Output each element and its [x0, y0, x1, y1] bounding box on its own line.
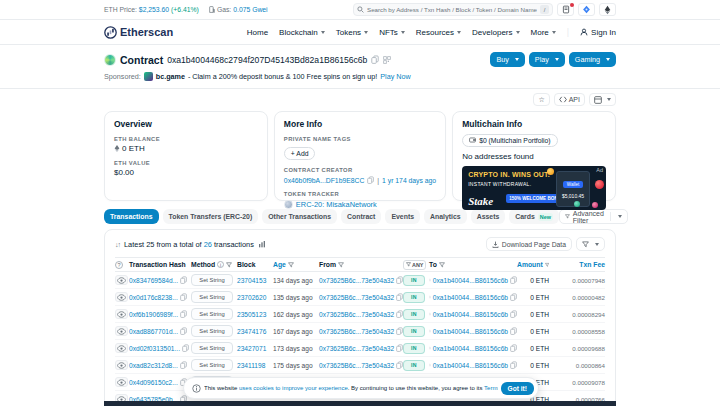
creator-address-link[interactable]: 0x46b0f9bA...DF1b9E8CC — [284, 177, 364, 184]
multichain-portfolio-badge[interactable]: $0 (Multichain Portfolio) — [462, 134, 557, 147]
block-link[interactable]: 23702620 — [237, 294, 266, 301]
sort-icon[interactable]: ↓↑ — [115, 241, 120, 248]
stake-ad-banner[interactable]: Ad CRYPTO IN. WINS OUT. INSTANT WITHDRAW… — [462, 166, 606, 210]
col-amount[interactable]: Amount — [517, 261, 549, 268]
eye-icon[interactable] — [115, 360, 128, 370]
chart-icon[interactable] — [258, 240, 266, 248]
copy-icon[interactable] — [180, 293, 187, 301]
creation-tx-link[interactable]: 1 yr 174 days ago — [382, 177, 436, 184]
to-address-link[interactable]: 0xa1b40044...B86156c6b — [433, 311, 508, 318]
copy-icon[interactable] — [180, 310, 187, 318]
etherscan-logo[interactable]: Etherscan — [104, 26, 173, 39]
eye-icon[interactable] — [115, 292, 128, 302]
got-it-button[interactable]: Got it! — [501, 382, 534, 395]
from-address-link[interactable]: 0x73625B6c...73e504a32 — [319, 328, 394, 335]
nav-item-nfts[interactable]: NFTs — [379, 28, 405, 37]
direction-filter-dropdown[interactable]: ANY — [403, 260, 426, 270]
ethereum-network-button[interactable] — [599, 3, 616, 16]
eye-icon[interactable] — [115, 343, 128, 353]
block-link[interactable]: 23474176 — [237, 328, 266, 335]
from-address-link[interactable]: 0x73625B6c...73e504a32 — [319, 362, 394, 369]
funnel-icon[interactable] — [288, 262, 294, 268]
tab-assets[interactable]: Assets — [471, 209, 506, 224]
col-age[interactable]: Age — [273, 261, 319, 268]
tab-contract[interactable]: Contract — [341, 209, 381, 224]
nav-item-resources[interactable]: Resources — [416, 28, 461, 37]
buy-button[interactable]: Buy — [490, 52, 524, 67]
copy-address-icon[interactable] — [371, 55, 379, 64]
download-page-data-button[interactable]: Download Page Data — [486, 237, 572, 251]
advanced-filter-button[interactable]: Advanced Filter — [559, 209, 628, 224]
eye-icon[interactable] — [115, 309, 128, 319]
nav-item-developers[interactable]: Developers — [472, 28, 519, 37]
view-options-button[interactable] — [589, 93, 616, 106]
copy-icon[interactable] — [182, 344, 189, 352]
from-address-link[interactable]: 0x73625B6c...73e504a32 — [319, 277, 394, 284]
gaming-button[interactable]: Gaming — [569, 52, 616, 67]
search-bar[interactable]: / — [353, 3, 553, 16]
copy-icon[interactable] — [180, 276, 187, 284]
block-link[interactable]: 23505123 — [237, 311, 266, 318]
gas-value-link[interactable]: 0.075 Gwei — [233, 6, 267, 13]
tab-other-transactions[interactable]: Other Transactions — [262, 209, 337, 224]
favorite-star-button[interactable]: ☆ — [533, 93, 549, 106]
from-address-link[interactable]: 0x73625B6c...73e504a32 — [319, 294, 394, 301]
copy-icon[interactable] — [510, 293, 517, 301]
tab-transactions[interactable]: Transactions — [104, 209, 159, 224]
method-badge[interactable]: Set String — [191, 325, 233, 337]
tab-cards[interactable]: CardsNew — [509, 209, 559, 224]
sponsor-cta-link[interactable]: Play Now — [380, 72, 410, 81]
tx-hash-link[interactable]: 0xf6b1906989f... — [129, 311, 178, 318]
nav-item-tokens[interactable]: Tokens — [336, 28, 368, 37]
eye-icon[interactable] — [115, 275, 128, 285]
copy-icon[interactable] — [180, 361, 187, 369]
blockscan-chat-button[interactable] — [578, 3, 595, 16]
add-name-tag-button[interactable]: + Add — [284, 147, 316, 160]
nav-item-more[interactable]: More — [531, 28, 556, 37]
tab-token-transfers-erc-20-[interactable]: Token Transfers (ERC-20) — [163, 209, 259, 224]
tx-hash-link[interactable]: 0xad8867701d... — [129, 328, 178, 335]
from-address-link[interactable]: 0x73625B6c...73e504a32 — [319, 311, 394, 318]
block-link[interactable]: 23427071 — [237, 345, 266, 352]
total-count-link[interactable]: 26 — [204, 240, 212, 249]
from-address-link[interactable]: 0x73625B6c...73e504a32 — [319, 345, 394, 352]
tx-hash-link[interactable]: 0xad82c312d8... — [129, 362, 178, 369]
copy-icon[interactable] — [510, 310, 517, 318]
play-button[interactable]: Play — [529, 52, 565, 67]
table-filter-button[interactable] — [576, 237, 605, 251]
col-txn-fee[interactable]: Txn Fee — [549, 261, 605, 268]
tx-hash-link[interactable]: 0x834769584d... — [129, 277, 178, 284]
terms-link[interactable]: Terms — [484, 385, 498, 391]
tab-analytics[interactable]: Analytics — [424, 209, 467, 224]
funnel-icon[interactable] — [338, 262, 344, 268]
copy-icon[interactable] — [510, 327, 517, 335]
tab-events[interactable]: Events — [385, 209, 420, 224]
method-badge[interactable]: Set String — [191, 342, 233, 354]
to-address-link[interactable]: 0xa1b40044...B86156c6b — [433, 328, 508, 335]
api-button[interactable]: API — [554, 93, 585, 106]
search-input[interactable] — [367, 6, 537, 13]
eye-icon[interactable] — [115, 326, 128, 336]
copy-creator-icon[interactable] — [367, 176, 374, 184]
nav-item-home[interactable]: Home — [247, 28, 268, 37]
method-badge[interactable]: Set String — [191, 359, 233, 371]
copy-icon[interactable] — [510, 344, 517, 352]
watchlist-notes-button[interactable] — [557, 3, 574, 16]
sign-in-button[interactable]: Sign In — [580, 28, 616, 37]
cookies-info-link[interactable]: uses cookies to improve your experience — [239, 385, 348, 391]
info-icon[interactable]: i — [217, 261, 224, 268]
block-link[interactable]: 23704153 — [237, 277, 266, 284]
token-tracker-link[interactable]: ERC-20: MisakaNetwork — [296, 200, 377, 209]
method-badge[interactable]: Set String — [191, 291, 233, 303]
qr-code-icon[interactable] — [383, 56, 391, 64]
nav-item-blockchain[interactable]: Blockchain — [279, 28, 325, 37]
tx-hash-link[interactable]: 0xd02f0313501... — [129, 345, 180, 352]
method-badge[interactable]: Set String — [191, 308, 233, 320]
funnel-icon[interactable] — [226, 262, 232, 268]
copy-icon[interactable] — [510, 276, 517, 284]
funnel-icon[interactable] — [439, 262, 445, 268]
block-link[interactable]: 23411198 — [237, 362, 265, 369]
to-address-link[interactable]: 0xa1b40044...B86156c6b — [433, 294, 508, 301]
copy-icon[interactable] — [180, 327, 187, 335]
tx-hash-link[interactable]: 0x4d096150c2... — [129, 379, 178, 386]
